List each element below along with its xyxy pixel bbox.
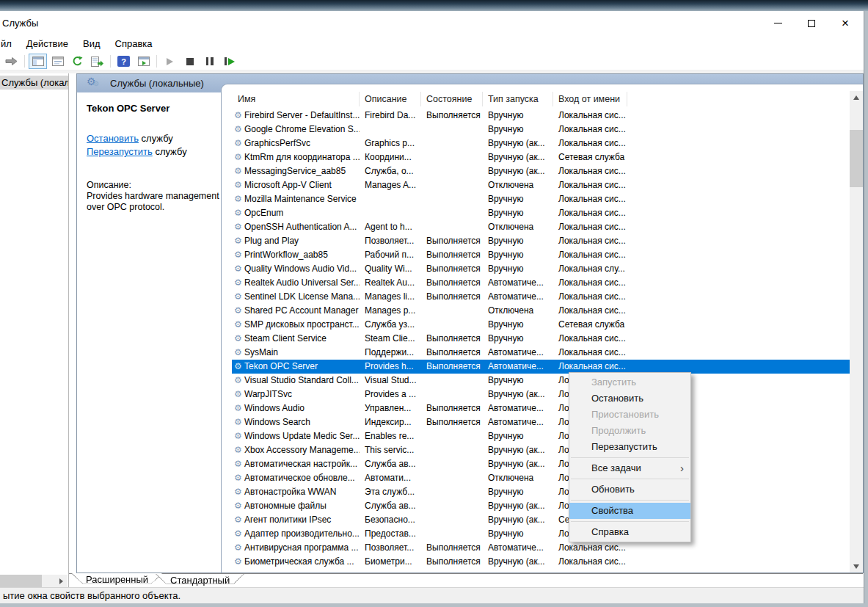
stop-service-icon[interactable] — [180, 54, 199, 69]
menubar: йл Действие Вид Справка — [0, 35, 864, 53]
service-row[interactable]: ⚙Windows SearchИндексир...ВыполняетсяАвт… — [232, 415, 863, 429]
service-startup-type-cell: Автоматиче... — [483, 541, 553, 555]
service-description-cell: Visual Stud... — [360, 374, 421, 388]
menu-view[interactable]: Вид — [76, 35, 108, 53]
menu-item-start[interactable]: Запустить — [569, 374, 690, 390]
pause-service-icon[interactable] — [200, 54, 219, 69]
service-gear-icon: ⚙ — [232, 290, 244, 304]
service-row[interactable]: ⚙Автоматическое обновле...Автомати...Отк… — [232, 471, 863, 485]
service-row[interactable]: ⚙Microsoft App-V ClientManages A...Отклю… — [232, 178, 863, 192]
service-row[interactable]: ⚙Firebird Server - DefaultInst...Firebir… — [232, 109, 863, 123]
menu-item-resume[interactable]: Продолжить — [569, 423, 690, 439]
service-row[interactable]: ⚙Quality Windows Audio Vid...Quality Wi.… — [232, 262, 863, 276]
service-row[interactable]: ⚙Автоматическая настройк...Служба ав...В… — [232, 457, 863, 471]
service-row[interactable]: ⚙Steam Client ServiceSteam Clie...Выполн… — [232, 332, 863, 346]
service-row[interactable]: ⚙Plug and PlayПозволяет...ВыполняетсяВру… — [232, 234, 863, 248]
vertical-scrollbar[interactable] — [850, 91, 863, 573]
service-row[interactable]: ⚙Автономные файлыСлужба ав...Вручную (ак… — [232, 499, 863, 513]
column-header-log-on-as[interactable]: Вход от имени — [553, 92, 627, 106]
service-status-cell: Выполняется — [421, 541, 483, 555]
menu-item-all-tasks[interactable]: Все задачи› — [569, 460, 690, 476]
restart-service-icon[interactable] — [220, 54, 238, 69]
menu-item-refresh[interactable]: Обновить — [569, 481, 690, 498]
show-console-tree-icon[interactable] — [29, 54, 47, 69]
service-gear-icon: ⚙ — [232, 429, 244, 443]
service-row[interactable]: ⚙Sentinel LDK License Mana...Manages li.… — [232, 290, 863, 304]
service-row[interactable]: ⚙Shared PC Account ManagerManages p...От… — [232, 304, 863, 318]
properties-icon[interactable] — [48, 54, 67, 69]
service-row[interactable]: ⚙OpcEnumВручнуюЛокальная сис... — [232, 206, 863, 220]
service-row[interactable]: ⚙Tekon OPC ServerProvides h...Выполняетс… — [232, 360, 863, 374]
service-row[interactable]: ⚙Mozilla Maintenance ServiceВручнуюЛокал… — [232, 192, 863, 206]
service-row[interactable]: ⚙GraphicsPerfSvcGraphics p...Вручную (ак… — [232, 137, 863, 150]
service-row[interactable]: ⚙PrintWorkflow_aab85Рабочий п...Выполняе… — [232, 248, 863, 262]
menu-file[interactable]: йл — [0, 35, 19, 53]
service-row[interactable]: ⚙WarpJITSvcProvides a ...Вручную (ак...Л… — [232, 388, 863, 401]
maximize-button[interactable] — [795, 11, 828, 35]
service-startup-type-cell: Отключена — [483, 220, 553, 234]
menu-item-help[interactable]: Справка — [569, 524, 690, 540]
menu-item-pause[interactable]: Приостановить — [569, 407, 690, 423]
menu-help[interactable]: Справка — [108, 35, 160, 53]
column-header-startup-type[interactable]: Тип запуска — [483, 92, 553, 106]
tab-standard[interactable]: Стандартный — [159, 574, 241, 587]
service-gear-icon: ⚙ — [232, 374, 244, 388]
desktop-background — [0, 0, 868, 11]
service-row[interactable]: ⚙Windows Update Medic Ser...Enables re..… — [232, 429, 863, 443]
service-description-cell: Firebird Da... — [360, 109, 421, 123]
service-status-cell — [421, 471, 483, 485]
scope-banner-title: Службы (локальные) — [110, 78, 204, 89]
start-service-icon[interactable] — [161, 54, 179, 69]
service-row[interactable]: ⚙Xbox Accessory Manageme...This servic..… — [232, 443, 863, 457]
service-name-cell: ⚙OpcEnum — [232, 206, 360, 220]
service-row[interactable]: ⚙Автонастройка WWANЭта служб...ВручнуюЛо… — [232, 485, 863, 499]
service-row[interactable]: ⚙Visual Studio Standard Coll...Visual St… — [232, 374, 863, 388]
scroll-up-button[interactable] — [850, 91, 863, 103]
stop-service-link[interactable]: Остановить — [87, 133, 139, 144]
nav-forward-icon[interactable] — [2, 54, 21, 69]
service-gear-icon: ⚙ — [232, 137, 244, 150]
tree-item-services-local[interactable]: Службы (локалы — [0, 76, 68, 90]
export-list-icon[interactable] — [88, 54, 106, 69]
service-row[interactable]: ⚙OpenSSH Authentication A...Agent to h..… — [232, 220, 863, 234]
tree-horizontal-scrollbar[interactable] — [0, 575, 68, 587]
close-icon: × — [842, 17, 849, 29]
minimize-button[interactable] — [761, 11, 795, 35]
service-row[interactable]: ⚙Realtek Audio Universal Ser...Realtek A… — [232, 276, 863, 290]
service-row[interactable]: ⚙Google Chrome Elevation S...ВручнуюЛока… — [232, 123, 863, 137]
refresh-icon[interactable] — [68, 54, 87, 69]
tab-extended[interactable]: Расширенный — [75, 573, 159, 587]
show-action-pane-icon[interactable] — [134, 54, 153, 69]
column-header-status[interactable]: Состояние — [421, 92, 483, 106]
services-gears-icon: ⚙⚙ — [87, 78, 100, 90]
help-icon[interactable]: ? — [114, 54, 133, 69]
menu-item-stop[interactable]: Остановить — [569, 390, 690, 407]
menu-item-restart[interactable]: Перезапустить — [569, 439, 690, 455]
close-button[interactable]: × — [828, 11, 862, 35]
scrollbar-thumb[interactable] — [0, 575, 42, 587]
column-header-description[interactable]: Описание — [360, 92, 421, 106]
service-row[interactable]: ⚙Адаптер производительно...Предостав...В… — [232, 527, 863, 541]
service-row[interactable]: ⚙SMP дисковых пространст...Служба уз...В… — [232, 318, 863, 332]
menu-action[interactable]: Действие — [19, 35, 76, 53]
scroll-right-button[interactable] — [55, 575, 68, 587]
service-row[interactable]: ⚙MessagingService_aab85Служба, о...Вручн… — [232, 164, 863, 178]
service-description-cell: Служба уз... — [360, 318, 421, 332]
menu-item-properties[interactable]: Свойства — [569, 503, 690, 519]
main-pane: ⚙⚙ Службы (локальные) Tekon OPC Server О… — [76, 73, 864, 573]
service-row[interactable]: ⚙Windows AudioУправлен...ВыполняетсяАвто… — [232, 401, 863, 415]
menu-separator — [571, 500, 689, 501]
service-row[interactable]: ⚙Биометрическая служба ...Биометри...Вып… — [232, 555, 863, 569]
service-gear-icon: ⚙ — [232, 388, 244, 401]
service-gear-icon: ⚙ — [232, 471, 244, 485]
service-row[interactable]: ⚙Агент политики IPsecБезопасно...Вручную… — [232, 513, 863, 527]
service-row[interactable]: ⚙SysMainПоддержи...ВыполняетсяАвтоматиче… — [232, 346, 863, 360]
column-header-name[interactable]: ˆИмя — [232, 92, 360, 106]
scrollbar-thumb[interactable] — [850, 130, 863, 187]
restart-service-link[interactable]: Перезапустить — [87, 146, 153, 157]
service-row[interactable]: ⚙KtmRm для координатора ...Координи...Вр… — [232, 150, 863, 164]
service-name-cell: ⚙Visual Studio Standard Coll... — [232, 374, 360, 388]
service-name-cell: ⚙Биометрическая служба ... — [232, 555, 360, 569]
service-row[interactable]: ⚙Антивирусная программа ...Позволяет...В… — [232, 541, 863, 555]
scroll-down-button[interactable] — [850, 560, 863, 573]
